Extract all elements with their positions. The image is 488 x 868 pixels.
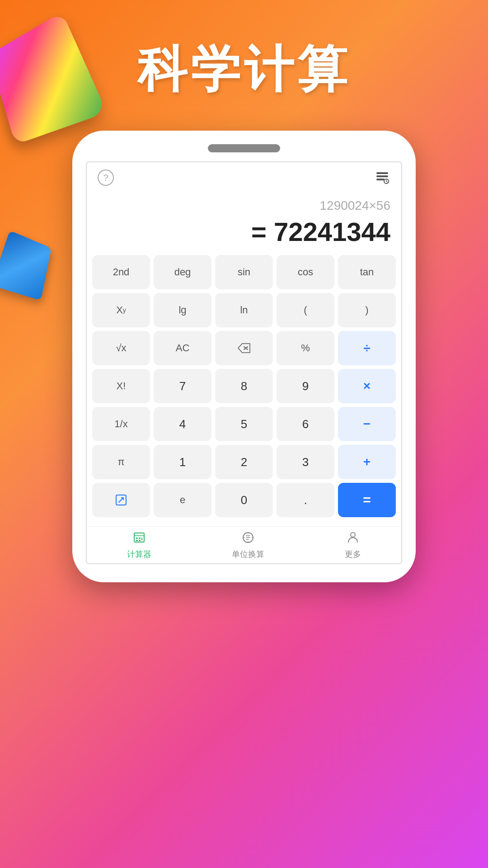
- svg-rect-8: [136, 540, 138, 541]
- key-row-7: e 0 . =: [92, 483, 396, 517]
- key-cos[interactable]: cos: [277, 255, 334, 289]
- more-nav-icon: [347, 531, 359, 547]
- key-row-6: π 1 2 3 +: [92, 445, 396, 479]
- key-multiply[interactable]: ×: [338, 369, 396, 403]
- key-equals[interactable]: =: [338, 483, 396, 517]
- svg-rect-1: [376, 175, 388, 177]
- svg-rect-9: [139, 540, 141, 541]
- key-euler[interactable]: e: [154, 483, 211, 517]
- phone-notch: [208, 144, 280, 152]
- display-area: 1290024×56 = 72241344: [87, 189, 401, 251]
- key-7[interactable]: 7: [154, 369, 211, 403]
- svg-rect-0: [376, 172, 388, 174]
- nav-calculator-label: 计算器: [127, 549, 151, 560]
- unit-convert-nav-icon: [242, 531, 254, 547]
- key-row-4: X! 7 8 9 ×: [92, 369, 396, 403]
- key-4[interactable]: 4: [154, 407, 211, 441]
- key-0[interactable]: 0: [215, 483, 273, 517]
- key-divide[interactable]: ÷: [338, 331, 396, 365]
- calculator-nav-icon: [133, 531, 145, 547]
- key-sqrt[interactable]: √x: [92, 331, 150, 365]
- key-2[interactable]: 2: [215, 445, 273, 479]
- screen-top-bar: ?: [87, 162, 401, 189]
- svg-rect-5: [136, 538, 138, 539]
- key-8[interactable]: 8: [215, 369, 273, 403]
- nav-unit-convert-label: 单位换算: [232, 549, 264, 560]
- nav-more[interactable]: 更多: [345, 531, 361, 560]
- key-5[interactable]: 5: [215, 407, 273, 441]
- calculator-screen: ? 1290024×56 = 72241344 2nd deg: [86, 161, 402, 564]
- svg-point-11: [351, 533, 355, 537]
- svg-rect-6: [139, 538, 141, 539]
- nav-unit-convert[interactable]: 单位换算: [232, 531, 264, 560]
- phone-mockup: ? 1290024×56 = 72241344 2nd deg: [72, 131, 416, 582]
- keypad: 2nd deg sin cos tan Xy lg ln ( ) √x AC: [87, 251, 401, 526]
- key-backspace[interactable]: [215, 331, 273, 365]
- key-open-paren[interactable]: (: [277, 293, 334, 327]
- key-reciprocal[interactable]: 1/x: [92, 407, 150, 441]
- key-1[interactable]: 1: [154, 445, 211, 479]
- key-decimal[interactable]: .: [277, 483, 334, 517]
- key-close-paren[interactable]: ): [338, 293, 396, 327]
- key-row-1: 2nd deg sin cos tan: [92, 255, 396, 289]
- key-row-5: 1/x 4 5 6 −: [92, 407, 396, 441]
- page-title: 科学计算: [137, 36, 351, 104]
- key-sin[interactable]: sin: [215, 255, 273, 289]
- expression-display: 1290024×56: [98, 198, 390, 213]
- key-factorial[interactable]: X!: [92, 369, 150, 403]
- svg-rect-7: [141, 538, 142, 541]
- cube-right-decoration: [0, 235, 59, 307]
- cube-left-decoration: [0, 27, 90, 140]
- key-6[interactable]: 6: [277, 407, 334, 441]
- key-row-2: Xy lg ln ( ): [92, 293, 396, 327]
- key-add[interactable]: +: [338, 445, 396, 479]
- history-button[interactable]: [374, 170, 390, 186]
- key-3[interactable]: 3: [277, 445, 334, 479]
- key-tan[interactable]: tan: [338, 255, 396, 289]
- key-percent[interactable]: %: [277, 331, 334, 365]
- nav-calculator[interactable]: 计算器: [127, 531, 151, 560]
- key-2nd[interactable]: 2nd: [92, 255, 150, 289]
- svg-rect-2: [376, 179, 385, 180]
- key-pi[interactable]: π: [92, 445, 150, 479]
- bottom-nav: 计算器 单位换算: [87, 526, 401, 563]
- key-power[interactable]: Xy: [92, 293, 150, 327]
- key-lg[interactable]: lg: [154, 293, 211, 327]
- key-9[interactable]: 9: [277, 369, 334, 403]
- key-row-3: √x AC % ÷: [92, 331, 396, 365]
- key-ln[interactable]: ln: [215, 293, 273, 327]
- key-ac[interactable]: AC: [154, 331, 211, 365]
- key-deg[interactable]: deg: [154, 255, 211, 289]
- nav-more-label: 更多: [345, 549, 361, 560]
- result-display: = 72241344: [98, 217, 390, 247]
- key-subtract[interactable]: −: [338, 407, 396, 441]
- help-button[interactable]: ?: [98, 170, 114, 186]
- key-expand[interactable]: [92, 483, 150, 517]
- question-mark: ?: [103, 173, 108, 183]
